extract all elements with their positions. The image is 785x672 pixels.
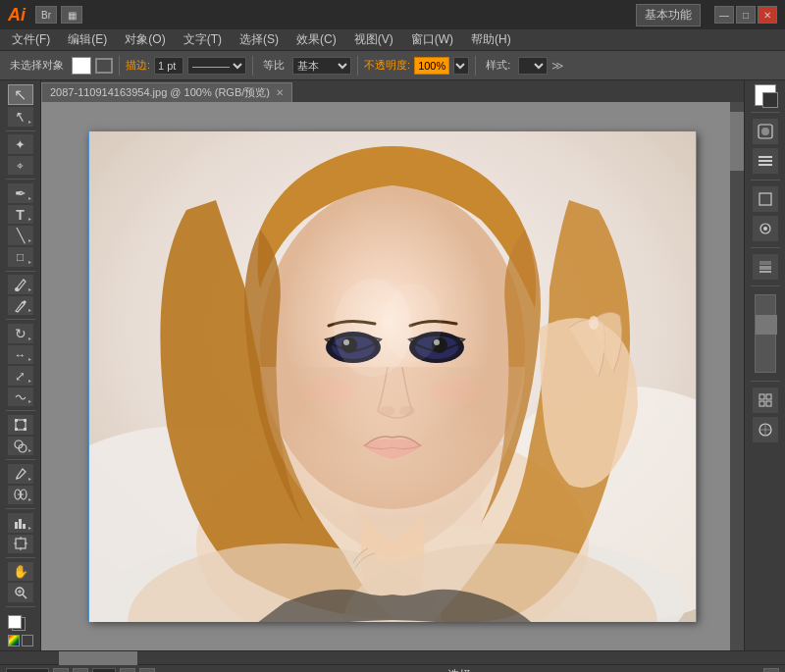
fill-stroke-swatches[interactable] (8, 615, 33, 631)
scale-select[interactable]: 基本 (292, 57, 351, 75)
free-transform-tool[interactable] (8, 415, 33, 435)
vertical-scrollbar-thumb[interactable] (730, 112, 744, 171)
scale-label: 等比 (259, 58, 288, 73)
options-toolbar: 未选择对象 描边: ———— 等比 基本 不透明度: 样式: ≫ (0, 51, 785, 80)
workspace-selector[interactable]: 基本功能 (636, 4, 701, 26)
stroke-swatch[interactable] (95, 58, 113, 74)
layers-panel-button[interactable] (753, 254, 778, 280)
maximize-button[interactable]: □ (736, 6, 756, 24)
svg-rect-56 (759, 261, 771, 265)
reflect-tool[interactable]: ↔ ▸ (8, 345, 33, 365)
canvas-viewport[interactable] (41, 102, 744, 650)
svg-point-44 (304, 377, 353, 406)
pencil-tool[interactable]: ▸ (8, 296, 33, 316)
type-tool[interactable]: T ▸ (8, 205, 33, 225)
hand-tool[interactable]: ✋ (8, 562, 33, 582)
color-panel-button[interactable] (753, 119, 778, 144)
svg-point-55 (763, 227, 767, 231)
artboard-last-button[interactable]: ►| (139, 668, 155, 673)
menu-effect[interactable]: 效果(C) (288, 29, 344, 50)
eyedropper-tool[interactable]: ▸ (8, 464, 33, 484)
none-icon[interactable] (22, 635, 33, 646)
style-select[interactable] (518, 57, 548, 75)
menu-file[interactable]: 文件(F) (4, 29, 58, 50)
tool-separator-9 (6, 606, 35, 607)
zoom-tool[interactable] (8, 583, 33, 602)
blend-tool[interactable]: ▸ (8, 486, 33, 505)
color-icon[interactable] (8, 635, 20, 646)
opacity-select[interactable] (453, 57, 469, 75)
rotate-tool[interactable]: ↻ ▸ (8, 324, 33, 343)
stroke-style-select[interactable]: ———— (187, 57, 246, 75)
zoom-select[interactable]: 100% (6, 668, 49, 673)
artboard-tool[interactable] (8, 535, 33, 554)
opacity-input[interactable] (414, 57, 449, 75)
more-options-icon[interactable]: ≫ (551, 59, 564, 73)
window-controls: — □ ✕ (714, 6, 777, 24)
align-panel-button[interactable] (753, 186, 778, 212)
artboard-next-button[interactable]: ► (120, 668, 135, 673)
document-tab[interactable]: 2087-110914163954.jpg @ 100% (RGB/预览) ✕ (41, 82, 292, 102)
line-tool[interactable]: ╲ ▸ (8, 226, 33, 245)
svg-rect-50 (759, 156, 772, 158)
paintbrush-tool[interactable]: ▸ (8, 275, 33, 294)
svg-point-39 (589, 316, 599, 330)
svg-rect-60 (766, 394, 771, 399)
menu-object[interactable]: 对象(O) (117, 29, 173, 50)
scale-tool[interactable]: ⤢ ▸ (8, 366, 33, 386)
ai-logo-icon: Ai (8, 6, 26, 24)
left-toolbar: ↖ ↖ ▸ ✦ ⌖ ✒ ▸ T ▸ ╲ ▸ □ ▸ (0, 80, 41, 650)
main-area: ↖ ↖ ▸ ✦ ⌖ ✒ ▸ T ▸ ╲ ▸ □ ▸ (0, 80, 785, 650)
right-separator-2 (751, 180, 780, 181)
stroke-width-input[interactable] (154, 57, 183, 75)
menu-select[interactable]: 选择(S) (232, 29, 287, 50)
minimize-button[interactable]: — (714, 6, 734, 24)
lasso-tool[interactable]: ⌖ (8, 156, 33, 176)
magic-wand-tool[interactable]: ✦ (8, 134, 33, 154)
canvas-document (88, 131, 697, 622)
artboard-prev-button[interactable]: ◄ (73, 668, 88, 673)
canvas-area: 2087-110914163954.jpg @ 100% (RGB/预览) ✕ (41, 80, 744, 650)
symbols-panel-button[interactable] (753, 388, 778, 413)
panel-slider[interactable] (755, 294, 776, 373)
color-mode-icons (8, 635, 33, 646)
bridge-icon[interactable]: Br (35, 6, 57, 24)
svg-rect-14 (16, 539, 26, 548)
tool-separator-6 (6, 459, 35, 460)
pen-tool[interactable]: ✒ ▸ (8, 183, 33, 203)
status-arrow-button[interactable]: ► (763, 668, 779, 673)
graphic-styles-button[interactable] (753, 417, 778, 442)
warp-tool[interactable]: ▸ (8, 388, 33, 407)
artboard-number-input[interactable] (92, 668, 116, 673)
tab-close-button[interactable]: ✕ (276, 87, 284, 98)
rectangle-tool[interactable]: □ ▸ (8, 247, 33, 267)
menu-view[interactable]: 视图(V) (346, 29, 401, 50)
menu-edit[interactable]: 编辑(E) (60, 29, 115, 50)
status-label: 选择 (159, 667, 759, 672)
opacity-label: 不透明度: (364, 58, 410, 73)
svg-point-0 (15, 287, 19, 291)
svg-rect-61 (759, 401, 764, 406)
appearance-panel-button[interactable] (753, 148, 778, 174)
svg-rect-5 (24, 428, 26, 431)
arrange-icon[interactable]: ▦ (61, 6, 82, 24)
menu-help[interactable]: 帮助(H) (463, 29, 519, 50)
column-graph-tool[interactable]: ▸ (8, 513, 33, 533)
tool-separator-2 (6, 179, 35, 180)
vertical-scrollbar[interactable] (730, 102, 744, 650)
fill-swatch[interactable] (72, 57, 91, 75)
transform-panel-button[interactable] (753, 216, 778, 241)
horizontal-scrollbar[interactable] (0, 650, 785, 664)
horizontal-scrollbar-thumb[interactable] (59, 651, 137, 665)
color-swatch-panel[interactable] (755, 84, 776, 106)
menu-window[interactable]: 窗口(W) (403, 29, 461, 50)
selection-tool[interactable]: ↖ (8, 84, 33, 105)
close-button[interactable]: ✕ (758, 6, 777, 24)
artboard-first-button[interactable]: |◄ (53, 668, 69, 673)
menu-text[interactable]: 文字(T) (176, 29, 230, 50)
direct-selection-tool[interactable]: ↖ ▸ (8, 107, 33, 127)
right-separator-5 (751, 381, 780, 382)
svg-rect-3 (24, 419, 26, 422)
shape-builder-tool[interactable]: ▸ (8, 437, 33, 456)
right-panel (744, 80, 785, 650)
